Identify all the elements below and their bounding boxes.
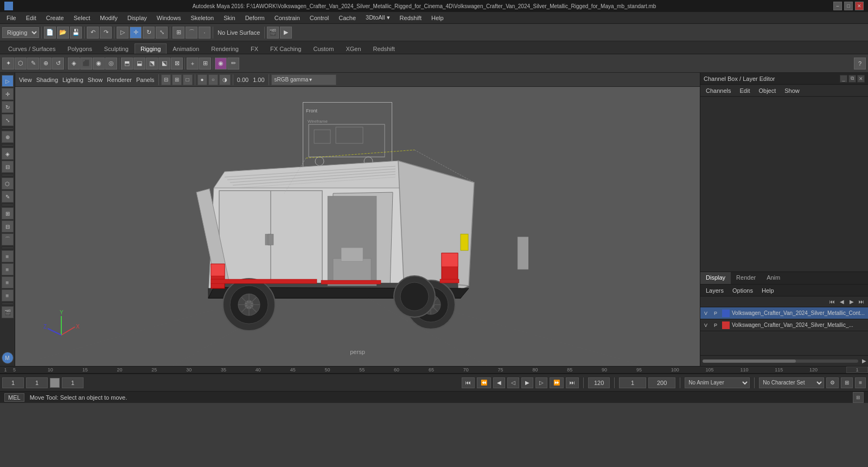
plus2-btn[interactable]: ⊞ (199, 58, 211, 70)
layers-prev-prev[interactable]: ⏮ (828, 298, 837, 306)
panels-label[interactable]: Panels (135, 77, 156, 83)
scale-tool-btn[interactable]: ⤡ (156, 27, 168, 39)
rotate-tool2-btn[interactable]: ↺ (52, 58, 64, 70)
play-fwd-btn[interactable]: ▶ (521, 377, 533, 388)
timeline-numbers[interactable]: 5 10 15 20 25 30 35 40 45 50 55 60 65 70… (11, 367, 846, 373)
tab-sculpting[interactable]: Sculpting (98, 43, 135, 54)
layer-lt[interactable]: ≡ (2, 250, 14, 262)
renderer-label[interactable]: Renderer (105, 77, 133, 83)
channel-menu-show[interactable]: Show (781, 86, 803, 95)
layer4-lt[interactable]: ≡ (2, 289, 14, 301)
channel-menu-edit[interactable]: Edit (736, 86, 753, 95)
lasso-lt[interactable]: ⬡ (2, 178, 14, 190)
grid-lt[interactable]: ⊟ (2, 220, 14, 232)
tab-xgen[interactable]: XGen (340, 43, 367, 54)
tab-redshift[interactable]: Redshift (367, 43, 401, 54)
layer-row-2[interactable]: V P Volkswagen_Crafter_Van_2024_Silver_M… (700, 319, 868, 331)
paint-btn[interactable]: ✏ (227, 58, 239, 70)
move-tool-lt[interactable]: ✛ (2, 88, 14, 100)
menu-deform[interactable]: Deform (241, 12, 269, 23)
range-start-input[interactable] (26, 377, 48, 388)
viewport-canvas[interactable]: Front Wireframe ortho (15, 87, 700, 366)
plus-btn[interactable]: + (187, 58, 199, 70)
tab-anim[interactable]: Anim (761, 272, 786, 284)
prev-key-btn[interactable]: ⏪ (477, 377, 491, 388)
paint-lt[interactable]: ✎ (2, 191, 14, 203)
channel-box-close[interactable]: ✕ (857, 75, 865, 83)
move-tool2-btn[interactable]: ⊕ (40, 58, 52, 70)
select-tool-lt[interactable]: ▷ (2, 75, 14, 87)
help-menu-item[interactable]: Help (758, 286, 777, 295)
extrude-btn[interactable]: ⬒ (121, 58, 133, 70)
split-btn[interactable]: ⊠ (171, 58, 183, 70)
menu-control[interactable]: Control (305, 12, 333, 23)
render-lt[interactable]: 🎬 (2, 306, 14, 318)
merge-btn[interactable]: ⬕ (158, 58, 170, 70)
render-btn[interactable]: 🎬 (267, 27, 279, 39)
ipr-btn[interactable]: ▶ (280, 27, 292, 39)
close-button[interactable]: ✕ (855, 2, 864, 10)
wireframe-btn[interactable]: □ (183, 74, 193, 85)
next-key-btn[interactable]: ⏩ (550, 377, 564, 388)
layers-next[interactable]: ▶ (847, 298, 856, 306)
tab-polygons[interactable]: Polygons (61, 43, 98, 54)
curve-lt[interactable]: ⌒ (2, 234, 14, 245)
menu-skeleton[interactable]: Skeleton (186, 12, 218, 23)
new-scene-btn[interactable]: 📄 (44, 27, 56, 39)
menu-select[interactable]: Select (69, 12, 95, 23)
menu-display[interactable]: Display (123, 12, 151, 23)
step-back-btn[interactable]: ◀ (493, 377, 505, 388)
scroll-right[interactable]: ▶ (860, 358, 868, 364)
layer-row-1[interactable]: V P Volkswagen_Crafter_Van_2024_Silver_M… (700, 307, 868, 319)
open-scene-btn[interactable]: 📂 (57, 27, 69, 39)
texture-shade-btn[interactable]: ◑ (219, 74, 231, 85)
snap-curve-btn[interactable]: ⌒ (186, 27, 197, 39)
playback-speed-input[interactable] (619, 377, 646, 388)
go-start-btn[interactable]: ⏮ (462, 377, 475, 388)
layer2-lt[interactable]: ≡ (2, 263, 14, 275)
lattice-btn[interactable]: ⬛ (80, 58, 92, 70)
snap-point-btn[interactable]: · (199, 27, 210, 39)
tab-animation[interactable]: Animation (167, 43, 205, 54)
select-tool-btn[interactable]: ▷ (117, 27, 129, 39)
help-btn[interactable]: ? (854, 58, 866, 70)
rotate-tool-lt[interactable]: ↻ (2, 101, 14, 113)
tab-display[interactable]: Display (700, 272, 731, 284)
move-tool-btn[interactable]: ✛ (130, 27, 142, 39)
tab-fx-caching[interactable]: FX Caching (264, 43, 307, 54)
minimize-button[interactable]: – (833, 2, 842, 10)
anim-layer-dropdown[interactable]: No Anim Layer (685, 377, 750, 388)
soft-select-lt[interactable]: ◈ (2, 148, 14, 160)
soft-select-btn[interactable]: ◈ (68, 58, 80, 70)
menu-redshift[interactable]: Redshift (395, 12, 426, 23)
shading-label[interactable]: Shading (35, 77, 60, 83)
go-end-btn[interactable]: ⏭ (566, 377, 579, 388)
channel-menu-object[interactable]: Object (755, 86, 779, 95)
tab-rigging[interactable]: Rigging (135, 43, 167, 54)
cam-btn[interactable]: ⊟ (161, 74, 171, 85)
menu-windows[interactable]: Windows (152, 12, 186, 23)
universal-manip-lt[interactable]: ⊕ (2, 131, 14, 143)
snap-lt[interactable]: ⊞ (2, 207, 14, 219)
menu-skin[interactable]: Skin (219, 12, 239, 23)
view-label[interactable]: View (17, 77, 34, 83)
range-end-input[interactable] (588, 377, 610, 388)
scale-tool-lt[interactable]: ⤡ (2, 114, 14, 126)
char-set-dropdown[interactable]: No Character Set (759, 377, 824, 388)
color-btn[interactable]: ◉ (215, 58, 227, 70)
layers-menu-item[interactable]: Layers (703, 286, 727, 295)
step-fwd-btn[interactable]: ▷ (535, 377, 547, 388)
tab-curves-surfaces[interactable]: Curves / Surfaces (2, 43, 61, 54)
menu-constrain[interactable]: Constrain (270, 12, 304, 23)
wire-shade-btn[interactable]: ○ (208, 74, 218, 85)
tab-custom[interactable]: Custom (308, 43, 340, 54)
solid-shade-btn[interactable]: ● (197, 74, 207, 85)
end-frame-input[interactable] (648, 377, 675, 388)
grid-show-btn[interactable]: ⊞ (172, 74, 182, 85)
mode-dropdown[interactable]: Rigging (2, 27, 39, 38)
cluster-btn[interactable]: ◉ (93, 58, 105, 70)
maximize-button[interactable]: □ (844, 2, 853, 10)
channel-box-minimize[interactable]: _ (840, 75, 847, 83)
redo-btn[interactable]: ↷ (100, 27, 112, 39)
tab-render[interactable]: Render (731, 272, 761, 284)
